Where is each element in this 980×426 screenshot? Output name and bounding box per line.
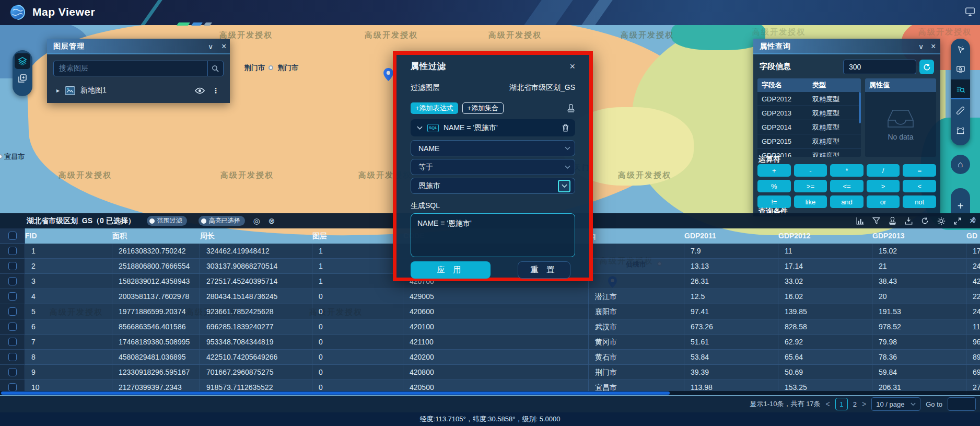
- operator-button[interactable]: >=: [794, 180, 827, 192]
- field-name: GDP2013: [757, 106, 808, 120]
- table-row[interactable]: 9 12330918296.595167 701667.2960875275 0…: [0, 365, 980, 380]
- more-options-icon[interactable]: ⋮: [212, 86, 219, 95]
- range-filter-toggle[interactable]: 范围过滤: [147, 216, 187, 226]
- field-row[interactable]: GDP2015 双精度型: [757, 134, 861, 148]
- collapse-icon[interactable]: ∨: [208, 42, 213, 51]
- operator-button[interactable]: -: [794, 164, 827, 177]
- operator-button[interactable]: or: [867, 195, 900, 208]
- operator-button[interactable]: <: [903, 180, 936, 192]
- screen-share-icon[interactable]: [965, 7, 975, 16]
- row-checkbox[interactable]: [8, 262, 17, 270]
- cell-layer: 0: [312, 350, 403, 365]
- attribute-query-icon[interactable]: [951, 79, 970, 99]
- row-checkbox[interactable]: [8, 307, 17, 316]
- page-size-select[interactable]: 10 / page: [871, 397, 920, 411]
- page-1-button[interactable]: 1: [835, 398, 848, 410]
- row-checkbox[interactable]: [8, 338, 17, 346]
- export-download-icon[interactable]: [905, 217, 913, 225]
- measure-tool-icon[interactable]: [951, 100, 970, 120]
- visibility-eye-icon[interactable]: [195, 87, 205, 94]
- stamp-icon[interactable]: [567, 104, 575, 112]
- operator-button[interactable]: <=: [830, 180, 864, 192]
- chevron-down-icon[interactable]: [417, 126, 423, 130]
- expression-row[interactable]: SQL NAME = '恩施市': [411, 119, 575, 136]
- row-checkbox[interactable]: [8, 368, 17, 376]
- table-row[interactable]: 5 19771886599.20374 923661.7852425628 0 …: [0, 304, 980, 319]
- close-icon[interactable]: ×: [221, 42, 226, 51]
- stamp-icon[interactable]: [889, 217, 896, 225]
- highlight-selected-toggle[interactable]: 高亮已选择: [199, 216, 245, 226]
- operator-select[interactable]: 等于: [411, 159, 575, 175]
- field-row[interactable]: GDP2013 双精度型: [757, 106, 861, 120]
- operator-button[interactable]: !=: [757, 195, 791, 208]
- layer-name[interactable]: 新地图1: [80, 86, 107, 95]
- field-list-scrollbar[interactable]: [859, 92, 861, 123]
- reset-button[interactable]: 重 置: [518, 261, 570, 279]
- horizontal-scrollbar[interactable]: [0, 391, 980, 395]
- operator-button[interactable]: and: [830, 195, 864, 208]
- refresh-button[interactable]: [919, 60, 934, 74]
- filter-funnel-icon[interactable]: [872, 217, 880, 225]
- duplicate-map-icon[interactable]: [18, 74, 27, 83]
- refresh-icon[interactable]: [921, 217, 929, 225]
- operator-button[interactable]: +: [757, 164, 791, 177]
- pagination-bar: 显示1-10条，共有 17条 < 1 2 > 10 / page Go to: [0, 396, 980, 412]
- table-row[interactable]: 6 8566863546.401586 696285.1839240277 0 …: [0, 319, 980, 335]
- select-cursor-icon[interactable]: [951, 40, 970, 60]
- layers-tool-icon[interactable]: [15, 53, 30, 69]
- table-row[interactable]: 8 4580829481.036895 422510.74205649266 0…: [0, 350, 980, 365]
- chevron-down-icon[interactable]: [558, 180, 570, 192]
- close-icon[interactable]: ×: [931, 42, 936, 51]
- operator-button[interactable]: like: [794, 195, 827, 208]
- row-checkbox[interactable]: [8, 323, 17, 331]
- operator-button[interactable]: %: [757, 180, 791, 192]
- operator-button[interactable]: *: [830, 164, 864, 177]
- chart-icon[interactable]: [856, 217, 864, 225]
- table-row[interactable]: 7 17468189380.508995 953348.7084344819 0…: [0, 335, 980, 350]
- page-2-button[interactable]: 2: [853, 400, 857, 408]
- operator-button[interactable]: not: [903, 195, 936, 208]
- modal-title: 属性过滤: [411, 61, 446, 72]
- locate-feature-icon[interactable]: ◎: [253, 217, 260, 225]
- layer-search-input[interactable]: 搜索图层: [54, 64, 207, 73]
- row-checkbox[interactable]: [8, 277, 17, 285]
- search-icon[interactable]: [207, 61, 223, 76]
- fullscreen-icon[interactable]: [954, 217, 961, 225]
- add-set-button[interactable]: +添加集合: [462, 102, 504, 114]
- next-page-arrow[interactable]: >: [862, 400, 866, 408]
- value-select[interactable]: 恩施市: [411, 178, 575, 194]
- collapse-icon[interactable]: ∨: [918, 42, 924, 51]
- scrollbar-thumb[interactable]: [1, 392, 670, 395]
- operator-button[interactable]: =: [903, 164, 936, 177]
- close-icon[interactable]: ×: [569, 62, 575, 71]
- home-extent-button[interactable]: ⌂: [951, 155, 970, 174]
- limit-input[interactable]: [843, 60, 916, 74]
- field-row[interactable]: GDP2014 双精度型: [757, 120, 861, 134]
- clear-selection-icon[interactable]: ⊗: [269, 217, 275, 225]
- row-checkbox[interactable]: [8, 292, 17, 301]
- field-select[interactable]: NAME: [411, 140, 575, 156]
- row-checkbox[interactable]: [8, 353, 17, 361]
- draw-polygon-icon[interactable]: [951, 121, 970, 141]
- field-rows: GDP2012 双精度型 GDP2013 双精度型 GDP2014 双精度型: [757, 92, 861, 157]
- table-row[interactable]: 4 2003581137.7602978 280434.15148736245 …: [0, 289, 980, 304]
- screen-query-icon[interactable]: [951, 60, 970, 79]
- cell-layer: 1: [312, 259, 403, 274]
- sql-textarea[interactable]: NAME = '恩施市': [411, 213, 575, 257]
- apply-button[interactable]: 应 用: [411, 261, 491, 279]
- goto-page-input[interactable]: [948, 397, 976, 411]
- row-checkbox[interactable]: [8, 383, 17, 392]
- row-checkbox[interactable]: [8, 247, 17, 255]
- settings-gear-icon[interactable]: [937, 217, 946, 225]
- trash-icon[interactable]: [562, 124, 569, 132]
- expander-icon[interactable]: ▸: [56, 87, 60, 94]
- zoom-in-button[interactable]: +: [951, 188, 970, 213]
- select-all-checkbox[interactable]: [8, 232, 17, 240]
- operator-button[interactable]: >: [867, 180, 900, 192]
- operator-button[interactable]: /: [867, 164, 900, 177]
- add-expression-button[interactable]: +添加表达式: [411, 102, 458, 114]
- prev-page-arrow[interactable]: <: [826, 400, 830, 408]
- layer-search-box[interactable]: 搜索图层: [53, 61, 224, 76]
- field-row[interactable]: GDP2012 双精度型: [757, 92, 861, 106]
- layer-tree-row[interactable]: ▸ 新地图1 ⋮: [53, 83, 224, 98]
